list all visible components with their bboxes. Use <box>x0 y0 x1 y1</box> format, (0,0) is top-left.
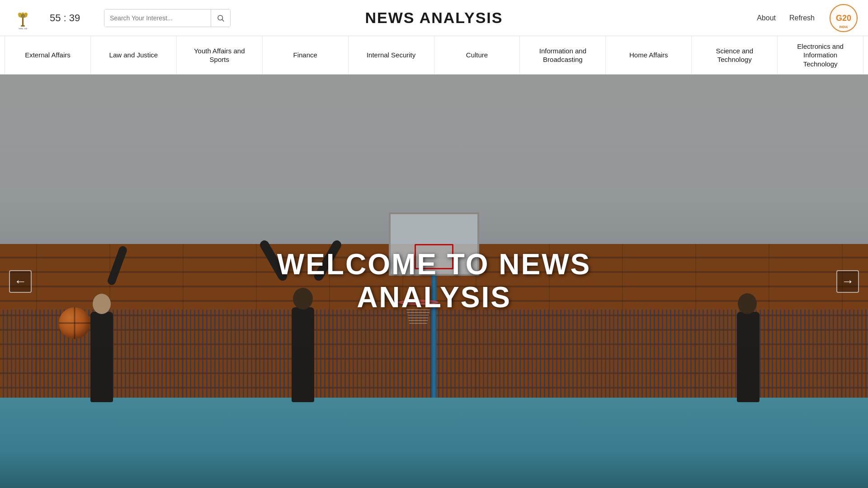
main-nav: External Affairs Law and Justice Youth A… <box>0 36 868 75</box>
nav-item-culture[interactable]: Culture <box>434 36 520 74</box>
svg-point-3 <box>18 13 22 16</box>
nav-item-internal-security[interactable]: Internal Security <box>349 36 434 74</box>
nav-item-law-justice[interactable]: Law and Justice <box>91 36 177 74</box>
nav-item-youth-affairs[interactable]: Youth Affairs and Sports <box>177 36 263 74</box>
svg-text:सत्यमेव जयते: सत्यमेव जयते <box>18 28 27 30</box>
svg-point-4 <box>24 13 28 16</box>
search-bar[interactable] <box>104 9 231 27</box>
nav-item-electronics-it[interactable]: Electronics and Information Technology <box>778 36 863 74</box>
india-logo: सत्यमेव जयते <box>9 5 36 32</box>
hero-carousel: WELCOME TO NEWS ANALYSIS ← → <box>0 75 868 488</box>
svg-point-9 <box>218 15 223 20</box>
search-input[interactable] <box>104 9 211 27</box>
carousel-next-button[interactable]: → <box>836 270 859 293</box>
g20-text: G20 <box>836 14 851 22</box>
header: सत्यमेव जयते 55 : 39 NEWS ANALYSIS About… <box>0 0 868 36</box>
nav-item-home-affairs[interactable]: Home Affairs <box>606 36 692 74</box>
search-icon <box>217 14 225 22</box>
svg-rect-0 <box>22 17 23 26</box>
about-link[interactable]: About <box>757 14 776 22</box>
carousel-title: WELCOME TO NEWS ANALYSIS <box>277 248 591 314</box>
g20-logo: G20 INDIA <box>828 5 859 32</box>
svg-line-10 <box>222 19 224 21</box>
svg-rect-1 <box>21 25 25 27</box>
refresh-button[interactable]: Refresh <box>789 14 815 22</box>
nav-item-finance[interactable]: Finance <box>263 36 349 74</box>
site-title: NEWS ANALYSIS <box>365 9 503 27</box>
carousel-prev-button[interactable]: ← <box>9 270 32 293</box>
nav-item-science-technology[interactable]: Science and Technology <box>692 36 778 74</box>
svg-point-7 <box>22 15 23 16</box>
g20-india-text: INDIA <box>830 25 857 28</box>
search-button[interactable] <box>211 9 230 27</box>
header-actions: About Refresh G20 INDIA <box>757 5 859 32</box>
nav-item-external-affairs[interactable]: External Affairs <box>5 36 91 74</box>
nav-item-information-broadcasting[interactable]: Information and Broadcasting <box>520 36 606 74</box>
header-clock: 55 : 39 <box>50 12 86 24</box>
